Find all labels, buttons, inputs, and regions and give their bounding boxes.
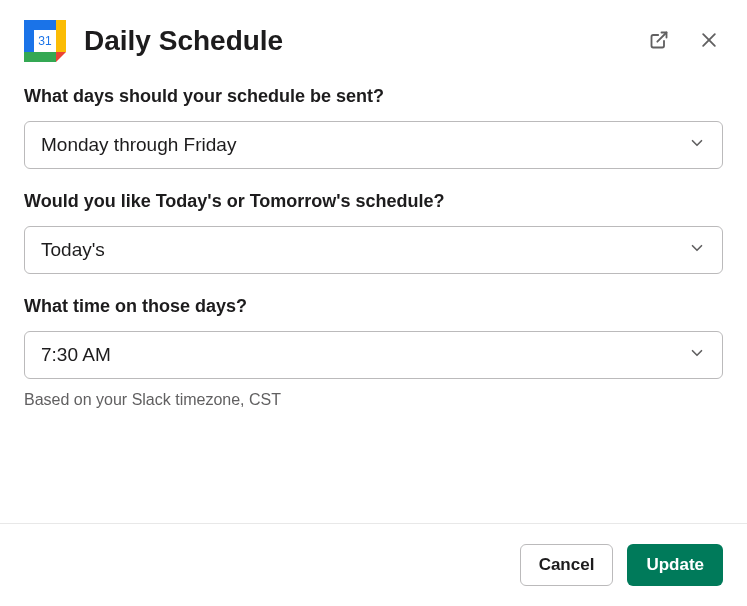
external-link-icon bbox=[649, 30, 669, 53]
svg-line-7 bbox=[657, 32, 666, 41]
which-select[interactable]: Today's bbox=[24, 226, 723, 274]
days-select[interactable]: Monday through Friday bbox=[24, 121, 723, 169]
modal-title: Daily Schedule bbox=[84, 25, 645, 57]
modal-footer: Cancel Update bbox=[0, 523, 747, 606]
svg-text:31: 31 bbox=[38, 34, 52, 48]
chevron-down-icon bbox=[688, 344, 706, 366]
open-external-button[interactable] bbox=[645, 26, 673, 57]
cancel-button[interactable]: Cancel bbox=[520, 544, 614, 586]
modal-body: What days should your schedule be sent? … bbox=[0, 74, 747, 451]
close-button[interactable] bbox=[695, 26, 723, 57]
time-select[interactable]: 7:30 AM bbox=[24, 331, 723, 379]
svg-rect-4 bbox=[24, 52, 56, 62]
close-icon bbox=[699, 30, 719, 53]
chevron-down-icon bbox=[688, 239, 706, 261]
header-actions bbox=[645, 26, 723, 57]
field-which-label: Would you like Today's or Tomorrow's sch… bbox=[24, 191, 723, 212]
modal-header: 31 Daily Schedule bbox=[0, 0, 747, 74]
field-days: What days should your schedule be sent? … bbox=[24, 86, 723, 169]
field-time-label: What time on those days? bbox=[24, 296, 723, 317]
google-calendar-icon: 31 bbox=[24, 20, 66, 62]
svg-rect-3 bbox=[56, 20, 66, 52]
days-select-value: Monday through Friday bbox=[41, 134, 236, 156]
field-which: Would you like Today's or Tomorrow's sch… bbox=[24, 191, 723, 274]
field-days-label: What days should your schedule be sent? bbox=[24, 86, 723, 107]
field-time: What time on those days? 7:30 AM Based o… bbox=[24, 296, 723, 409]
chevron-down-icon bbox=[688, 134, 706, 156]
which-select-value: Today's bbox=[41, 239, 105, 261]
time-select-value: 7:30 AM bbox=[41, 344, 111, 366]
time-helper-text: Based on your Slack timezone, CST bbox=[24, 391, 723, 409]
update-button[interactable]: Update bbox=[627, 544, 723, 586]
